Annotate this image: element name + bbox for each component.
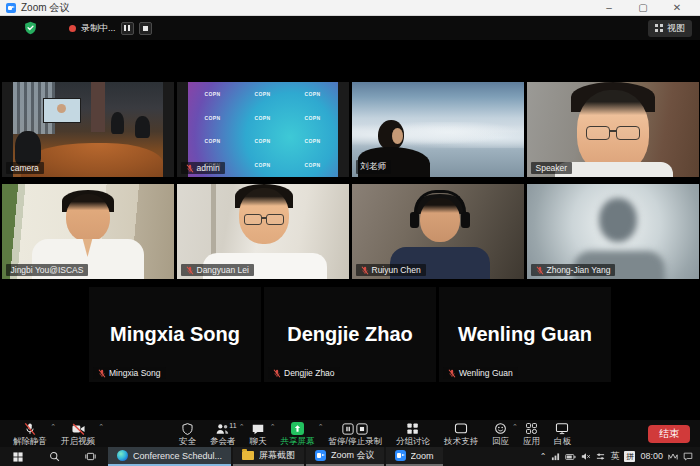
video-tile-admin[interactable]: COPN COPN COPN COPN COPN COPN COPN COPN …	[177, 82, 349, 177]
unmute-button[interactable]: 解除静音 ⌃	[6, 420, 54, 447]
taskbar-app-zoom[interactable]: Zoom	[386, 447, 443, 466]
person-face	[392, 128, 403, 144]
zoom-meeting-window: Zoom 会议 – ▢ ✕ 录制中... 视图	[0, 0, 700, 466]
apps-button[interactable]: 应用	[516, 420, 547, 447]
notification-center-icon[interactable]	[683, 452, 693, 461]
video-tile-wenling-guan[interactable]: Wenling Guan Wenling Guan	[439, 287, 611, 382]
activity-meter-icon[interactable]	[668, 452, 678, 461]
participant-name: Dangyuan Lei	[197, 265, 249, 275]
participant-nametag: Dengjie Zhao	[268, 367, 340, 379]
participant-nametag: Mingxia Song	[93, 367, 166, 379]
folder-icon	[242, 451, 254, 460]
task-view-icon[interactable]	[72, 447, 108, 466]
participant-name: Speaker	[536, 163, 568, 173]
taskbar-search-icon[interactable]	[36, 447, 72, 466]
battery-icon[interactable]	[565, 453, 576, 461]
maximize-button[interactable]: ▢	[626, 0, 660, 15]
video-off-icon	[71, 422, 86, 436]
chat-button[interactable]: 聊天 ⌃	[243, 420, 274, 447]
apps-icon	[525, 422, 538, 436]
taskbar-app-label: Zoom	[411, 451, 434, 461]
ime-mode-indicator[interactable]: 拼	[624, 451, 635, 462]
video-tile-zhongjian-yang[interactable]: Zhong-Jian Yang	[527, 184, 699, 279]
whiteboard-button[interactable]: 白板	[547, 420, 578, 447]
share-screen-icon	[291, 422, 304, 436]
breakout-rooms-button[interactable]: 分组讨论	[389, 420, 437, 447]
logo-watermark: COPN	[288, 106, 338, 130]
reactions-button[interactable]: 回应 ⌃	[485, 420, 516, 447]
end-meeting-button[interactable]: 结束	[648, 425, 690, 443]
video-tile-jingbi-you[interactable]: Jingbi You@ISCAS	[2, 184, 174, 279]
participant-nametag: camera	[6, 162, 44, 174]
projector-screen-decor	[43, 98, 81, 123]
video-tile-mingxia-song[interactable]: Mingxia Song Mingxia Song	[89, 287, 261, 382]
taskbar-app-label: Zoom 会议	[331, 449, 375, 462]
logo-watermark: COPN	[188, 130, 238, 154]
tech-support-button[interactable]: 技术支持	[437, 420, 485, 447]
chat-bubble-icon	[251, 422, 265, 436]
whiteboard-label: 白板	[554, 437, 571, 446]
video-tile-dangyuan-lei[interactable]: Dangyuan Lei	[177, 184, 349, 279]
taskbar-app-screenshot[interactable]: 屏幕截图	[233, 447, 304, 466]
taskbar-app-label: Conference Schedul...	[133, 451, 222, 461]
minimize-button[interactable]: –	[592, 0, 626, 15]
ime-toolbar-icon[interactable]	[596, 452, 605, 461]
view-button[interactable]: 视图	[648, 20, 692, 37]
share-screen-button[interactable]: 共享屏幕 ⌃	[274, 420, 322, 447]
support-screen-icon	[454, 422, 468, 436]
participant-name: Dengjie Zhao	[284, 368, 335, 378]
muted-mic-icon	[361, 266, 369, 275]
video-tile-liu-laoshi[interactable]: 刘老师	[352, 82, 524, 177]
logo-watermark: COPN	[288, 130, 338, 154]
language-indicator[interactable]: 英	[610, 452, 619, 461]
stop-recording-button[interactable]	[139, 22, 152, 35]
video-tile-speaker-active[interactable]: Speaker	[527, 82, 699, 177]
volume-muted-icon[interactable]	[581, 452, 591, 461]
security-shield-icon	[181, 422, 194, 436]
taskbar-app-conference-schedule[interactable]: Conference Schedul...	[108, 447, 231, 466]
tray-expand-chevron-icon[interactable]: ⌃	[540, 453, 547, 461]
participant-name: Zhong-Jian Yang	[547, 265, 611, 275]
record-control-label: 暂停/停止录制	[329, 437, 382, 446]
video-row-1: camera COPN COPN COPN COPN COPN COPN COP…	[0, 82, 700, 177]
wall-column-decor	[91, 82, 105, 132]
logo-watermark: COPN	[288, 82, 338, 106]
encryption-shield-icon[interactable]	[24, 21, 37, 35]
participant-name: Mingxia Song	[109, 368, 161, 378]
network-signal-icon[interactable]	[551, 452, 560, 461]
logo-watermark: COPN	[238, 130, 288, 154]
pause-recording-button[interactable]	[121, 22, 134, 35]
participants-button[interactable]: 参会者 11 ⌃	[203, 420, 243, 447]
security-label: 安全	[179, 437, 196, 446]
start-video-label: 开启视频	[61, 437, 95, 446]
video-tile-camera[interactable]: camera	[2, 82, 174, 177]
window-title: Zoom 会议	[21, 1, 69, 15]
video-tile-dengjie-zhao[interactable]: Dengjie Zhao Dengjie Zhao	[264, 287, 436, 382]
pause-stop-recording-button[interactable]: 暂停/停止录制	[322, 420, 389, 447]
logo-watermark: COPN	[238, 106, 288, 130]
zoom-app-icon	[395, 450, 406, 461]
chat-label: 聊天	[250, 437, 267, 446]
video-tile-ruiyun-chen[interactable]: Ruiyun Chen	[352, 184, 524, 279]
participant-nametag: Wenling Guan	[443, 367, 518, 379]
video-options-chevron[interactable]: ⌃	[98, 423, 104, 430]
security-button[interactable]: 安全	[172, 420, 203, 447]
start-video-button[interactable]: 开启视频 ⌃	[54, 420, 102, 447]
recording-indicator: 录制中...	[69, 22, 152, 35]
meeting-toolbar: 解除静音 ⌃ 开启视频 ⌃ 安全 参会者 11 ⌃	[0, 420, 700, 447]
start-button[interactable]	[0, 447, 36, 466]
attendee-silhouette	[135, 116, 150, 138]
person-head	[599, 198, 637, 242]
taskbar-app-zoom-meeting[interactable]: Zoom 会议	[306, 447, 384, 466]
share-screen-label: 共享屏幕	[281, 437, 315, 446]
recording-label: 录制中...	[81, 22, 116, 35]
edge-browser-icon	[117, 450, 128, 461]
muted-mic-icon	[186, 164, 194, 173]
attendee-silhouette	[111, 112, 124, 134]
clock[interactable]: 08:00	[640, 452, 663, 461]
meeting-header: 录制中... 视图	[0, 16, 700, 40]
whiteboard-icon	[555, 422, 569, 436]
close-button[interactable]: ✕	[660, 0, 694, 15]
headphones-band	[414, 190, 466, 212]
participant-name: Wenling Guan	[459, 368, 513, 378]
